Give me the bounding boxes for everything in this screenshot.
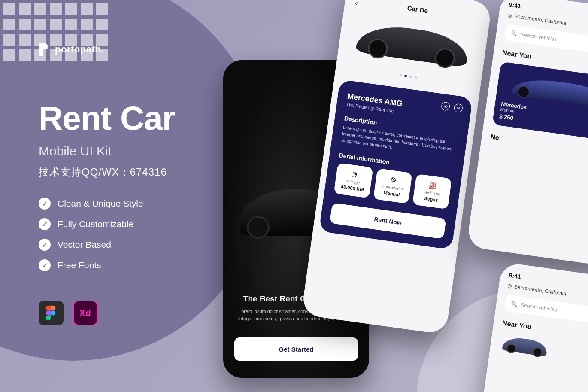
chat-icon[interactable]: ✉ xyxy=(454,103,464,113)
hero-subtitle: Mobile UI Kit xyxy=(39,144,175,158)
search-icon: 🔍 xyxy=(511,30,518,37)
svg-point-0 xyxy=(51,310,55,315)
rent-now-button[interactable]: Rent Now xyxy=(330,203,446,239)
check-icon: ✓ xyxy=(39,239,51,251)
feature-label: Free Fonts xyxy=(58,260,101,270)
feature-list: ✓Clean & Unique Style ✓Fully Customizabl… xyxy=(39,198,143,271)
brand-name: portopath. xyxy=(55,44,104,55)
support-text: 技术支持QQ/WX：674316 xyxy=(39,165,175,179)
phone-icon[interactable]: ✆ xyxy=(441,101,451,111)
feature-label: Fully Customizable xyxy=(58,219,133,229)
location-pin-icon: ◎ xyxy=(507,12,512,18)
hero-title: Rent Car xyxy=(39,99,175,138)
section-title-cut: Ne xyxy=(490,133,588,159)
adobe-xd-icon: Xd xyxy=(73,301,98,325)
check-icon: ✓ xyxy=(39,218,51,230)
figma-icon xyxy=(39,301,64,325)
car-card[interactable]: Mercedes Manual $ 250 xyxy=(492,61,588,142)
car-detail-screen: ‹ Car De ✆ ✉ Mercedes AMG The Regency Re… xyxy=(301,0,492,335)
portopath-logo-icon xyxy=(39,43,50,56)
search-icon: 🔍 xyxy=(511,301,518,307)
fuel-card: ⛽ Fuel Type Avgas xyxy=(412,174,452,210)
check-icon: ✓ xyxy=(39,198,51,210)
feature-item: ✓Vector Based xyxy=(39,239,143,251)
transmission-card: ⚙ Transmission Manual xyxy=(373,168,412,204)
mileage-card: ◔ Mileage 40.000 KM xyxy=(333,163,373,198)
feature-label: Clean & Unique Style xyxy=(58,198,143,209)
location-pin-icon: ◎ xyxy=(507,283,512,289)
brand: portopath. xyxy=(39,43,104,56)
feature-label: Vector Based xyxy=(58,240,111,250)
car-image xyxy=(497,330,552,363)
feature-item: ✓Free Fonts xyxy=(39,259,143,271)
check-icon: ✓ xyxy=(39,259,51,271)
feature-item: ✓Clean & Unique Style xyxy=(39,198,143,210)
feature-item: ✓Fully Customizable xyxy=(39,218,143,230)
get-started-button[interactable]: Get Started xyxy=(234,337,358,361)
